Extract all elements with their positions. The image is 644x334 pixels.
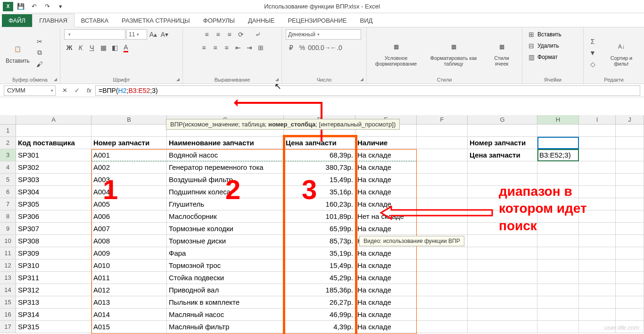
cell-E15[interactable]: На складе [355, 296, 417, 308]
cell-E4[interactable]: На складе [355, 161, 417, 173]
cell-A4[interactable]: SP302 [16, 161, 91, 173]
fill-color-button[interactable]: ◧ [109, 42, 120, 53]
cell-G17[interactable] [468, 321, 537, 333]
cell-F16[interactable] [417, 309, 468, 320]
conditional-formatting-button[interactable]: ▦Условное форматирование [371, 38, 421, 67]
cell-E16[interactable]: На складе [355, 309, 417, 320]
cell-B2[interactable]: Номер запчасти [91, 137, 167, 149]
cell-C7[interactable]: Глушитель [167, 198, 284, 210]
cell-C12[interactable]: Тормозной трос [167, 259, 284, 271]
row-header[interactable]: 16 [0, 309, 16, 320]
cell-A17[interactable]: SP315 [16, 321, 91, 333]
col-header-B[interactable]: B [91, 115, 167, 124]
tab-insert[interactable]: ВСТАВКА [74, 14, 115, 27]
borders-button[interactable]: ▦ [98, 42, 108, 53]
paste-button[interactable]: 📋 Вставить [4, 41, 32, 65]
cell-J6[interactable] [616, 186, 644, 198]
formula-input[interactable]: =ВПР(H2;B3:E52;3) [95, 85, 640, 96]
cell-D12[interactable]: 15,49р. [284, 259, 355, 271]
align-left-button[interactable]: ≡ [199, 42, 209, 53]
cell-C10[interactable]: Тормозные диски [167, 235, 284, 247]
cell-G4[interactable] [468, 161, 537, 173]
save-button[interactable]: 💾 [15, 2, 26, 11]
cell-C3[interactable]: Водяной насос [167, 149, 284, 161]
cell-F11[interactable] [417, 247, 468, 259]
cell-C5[interactable]: Воздушный фильтр [167, 174, 284, 185]
cell-I16[interactable] [579, 309, 616, 320]
cell-A11[interactable]: SP309 [16, 247, 91, 259]
name-box[interactable]: СУММ▾ [4, 85, 56, 96]
qat-customize[interactable]: ▾ [55, 2, 66, 11]
cell-G1[interactable] [468, 125, 537, 136]
cell-D7[interactable]: 160,23р. [284, 198, 355, 210]
cell-D17[interactable]: 4,39р. [284, 321, 355, 333]
align-bottom-button[interactable]: ≡ [224, 29, 235, 40]
align-middle-button[interactable]: ≡ [213, 29, 223, 40]
cell-E2[interactable]: Наличие [355, 137, 417, 149]
col-header-G[interactable]: G [468, 115, 537, 124]
row-header[interactable]: 2 [0, 137, 16, 149]
row-header[interactable]: 5 [0, 174, 16, 185]
cell-G12[interactable] [468, 259, 537, 271]
cell-H12[interactable] [537, 259, 579, 271]
cell-D13[interactable]: 45,29р. [284, 272, 355, 284]
cell-B13[interactable]: A011 [91, 272, 167, 284]
cell-G14[interactable] [468, 284, 537, 296]
cell-A10[interactable]: SP308 [16, 235, 91, 247]
row-header[interactable]: 12 [0, 259, 16, 271]
cell-D10[interactable]: 85,73р. [284, 235, 355, 247]
cell-A2[interactable]: Код поставщика [16, 137, 91, 149]
comma-button[interactable]: 000 [308, 42, 319, 53]
cell-F12[interactable] [417, 259, 468, 271]
number-format-combo[interactable]: Денежный▾ [286, 29, 361, 40]
row-header[interactable]: 4 [0, 161, 16, 173]
cell-B1[interactable] [91, 125, 167, 136]
cell-F6[interactable] [417, 186, 468, 198]
tab-view[interactable]: ВИД [353, 14, 379, 27]
cell-B10[interactable]: A008 [91, 235, 167, 247]
row-header[interactable]: 10 [0, 235, 16, 247]
cell-J15[interactable] [616, 296, 644, 308]
cell-J2[interactable] [616, 137, 644, 149]
wrap-text-button[interactable]: ⤶ [253, 29, 263, 40]
dialog-launcher-icon[interactable]: ◢ [359, 77, 364, 83]
decrease-font-button[interactable]: A▾ [159, 29, 170, 40]
cell-A8[interactable]: SP306 [16, 210, 91, 222]
row-header[interactable]: 17 [0, 321, 16, 333]
cell-D6[interactable]: 35,16р. [284, 186, 355, 198]
cell-D9[interactable]: 65,99р. [284, 223, 355, 234]
cell-G13[interactable] [468, 272, 537, 284]
delete-cells-button[interactable]: ⊟Удалить [526, 41, 559, 51]
cell-J4[interactable] [616, 161, 644, 173]
tab-data[interactable]: ДАННЫЕ [241, 14, 281, 27]
cell-I10[interactable] [579, 235, 616, 247]
redo-button[interactable]: ↷ [41, 2, 53, 11]
fill-button[interactable]: ▼ [587, 48, 598, 58]
cell-J14[interactable] [616, 284, 644, 296]
merge-button[interactable]: ⊞ [256, 42, 266, 53]
cell-I14[interactable] [579, 284, 616, 296]
cell-A14[interactable]: SP312 [16, 284, 91, 296]
row-header[interactable]: 11 [0, 247, 16, 259]
cell-D2[interactable]: Цена запчасти [284, 137, 355, 149]
cell-F15[interactable] [417, 296, 468, 308]
cell-B15[interactable]: A013 [91, 296, 167, 308]
cell-B6[interactable]: A004 [91, 186, 167, 198]
row-header[interactable]: 13 [0, 272, 16, 284]
cell-J8[interactable] [616, 210, 644, 222]
decrease-indent-button[interactable]: ⇤ [233, 42, 243, 53]
cell-H2[interactable] [537, 137, 579, 149]
cancel-formula-button[interactable]: ✕ [58, 85, 71, 96]
cell-J9[interactable] [616, 223, 644, 234]
cell-C14[interactable]: Приводной вал [167, 284, 284, 296]
cell-A13[interactable]: SP311 [16, 272, 91, 284]
col-header-I[interactable]: I [579, 115, 616, 124]
cell-G10[interactable] [468, 235, 537, 247]
cell-H10[interactable] [537, 235, 579, 247]
cell-J16[interactable] [616, 309, 644, 320]
cell-J10[interactable] [616, 235, 644, 247]
currency-button[interactable]: ₽ [286, 42, 296, 53]
enter-formula-button[interactable]: ✓ [71, 85, 83, 96]
sort-filter-button[interactable]: A↓Сортир и фильт [603, 38, 640, 67]
cut-button[interactable]: ✂ [34, 36, 45, 47]
